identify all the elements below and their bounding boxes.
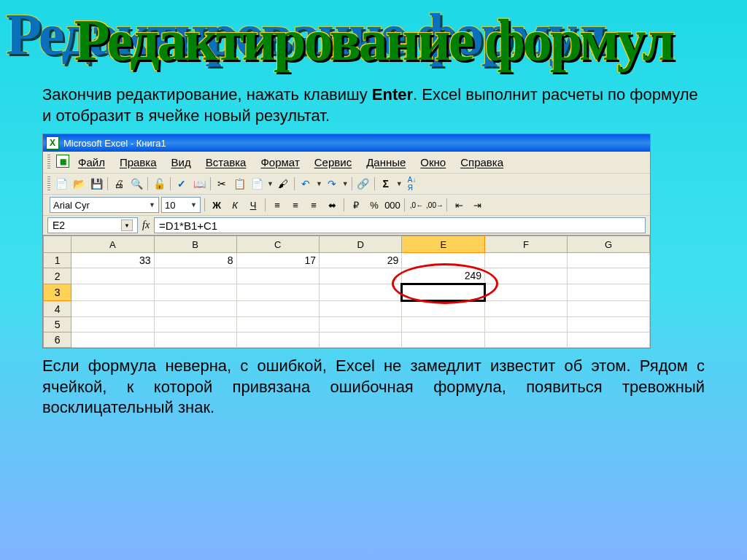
cell[interactable]: 17 <box>236 253 319 268</box>
print-icon[interactable]: 🖨 <box>111 176 127 192</box>
font-size-select[interactable]: 10▼ <box>161 197 201 213</box>
cell[interactable] <box>567 301 649 317</box>
hyperlink-icon[interactable]: 🔗 <box>355 176 371 192</box>
row-header[interactable]: 4 <box>44 301 71 317</box>
cell[interactable] <box>236 284 319 301</box>
cell[interactable] <box>71 317 154 332</box>
permission-icon[interactable]: 🔓 <box>151 176 167 192</box>
cell[interactable] <box>236 332 319 348</box>
col-header[interactable]: D <box>320 236 402 253</box>
cell[interactable] <box>402 317 485 332</box>
cell[interactable] <box>236 317 319 332</box>
col-header[interactable]: F <box>485 236 568 253</box>
save-icon[interactable]: 💾 <box>88 176 104 192</box>
cell[interactable] <box>320 332 402 348</box>
menu-view[interactable]: Вид <box>166 155 197 170</box>
name-box[interactable]: E2 ▼ <box>47 217 138 233</box>
row-header-selected[interactable]: 3 <box>44 284 71 301</box>
col-header[interactable]: A <box>71 236 154 253</box>
copy-icon[interactable]: 📋 <box>231 176 247 192</box>
increase-decimal-icon[interactable]: ,0← <box>409 197 425 213</box>
new-icon[interactable]: 📄 <box>53 176 69 192</box>
row-header[interactable]: 2 <box>44 268 71 284</box>
menu-tools[interactable]: Сервис <box>309 155 357 170</box>
comma-icon[interactable]: 000 <box>384 197 400 213</box>
cell[interactable] <box>485 301 568 317</box>
cell[interactable] <box>320 268 402 284</box>
paste-icon[interactable]: 📄 <box>249 176 265 192</box>
cell[interactable] <box>71 284 154 301</box>
grip-icon[interactable] <box>47 155 50 170</box>
menu-format[interactable]: Формат <box>255 155 305 170</box>
cut-icon[interactable]: ✂ <box>214 176 230 192</box>
underline-button[interactable]: Ч <box>245 197 261 213</box>
cell[interactable] <box>485 332 568 348</box>
cell[interactable] <box>154 301 236 317</box>
cell[interactable] <box>236 301 319 317</box>
spell-icon[interactable]: ✓ <box>174 176 190 192</box>
cell[interactable] <box>154 317 236 332</box>
align-left-icon[interactable]: ≡ <box>269 197 285 213</box>
cell[interactable] <box>485 317 568 332</box>
increase-indent-icon[interactable]: ⇥ <box>469 197 485 213</box>
autosum-icon[interactable]: Σ <box>378 176 394 192</box>
research-icon[interactable]: 📖 <box>191 176 207 192</box>
cell[interactable]: 29 <box>320 253 402 268</box>
align-center-icon[interactable]: ≡ <box>287 197 303 213</box>
menu-help[interactable]: Справка <box>454 155 509 170</box>
italic-button[interactable]: К <box>227 197 243 213</box>
grip-icon[interactable] <box>47 176 50 191</box>
selected-cell[interactable] <box>402 284 485 301</box>
cell[interactable] <box>402 332 485 348</box>
bold-button[interactable]: Ж <box>209 197 225 213</box>
format-painter-icon[interactable]: 🖌 <box>275 176 291 192</box>
col-header-selected[interactable]: E <box>402 236 485 253</box>
formula-input[interactable]: =D1*B1+C1 <box>154 217 646 233</box>
decrease-indent-icon[interactable]: ⇤ <box>451 197 467 213</box>
col-header[interactable]: C <box>236 236 319 253</box>
menu-window[interactable]: Окно <box>414 155 452 170</box>
cell[interactable] <box>71 301 154 317</box>
cell[interactable] <box>154 268 236 284</box>
row-header[interactable]: 6 <box>44 332 71 348</box>
redo-icon[interactable]: ↷ <box>324 176 340 192</box>
cell[interactable]: 33 <box>71 253 154 268</box>
worksheet-grid[interactable]: A B C D E F G 1 33 8 17 29 2 <box>43 236 650 348</box>
cell[interactable] <box>320 284 402 301</box>
decrease-decimal-icon[interactable]: ,00→ <box>427 197 443 213</box>
cell[interactable]: 8 <box>154 253 236 268</box>
cell[interactable] <box>71 268 154 284</box>
fx-icon[interactable]: fx <box>142 219 150 231</box>
cell[interactable] <box>402 253 485 268</box>
align-right-icon[interactable]: ≡ <box>306 197 322 213</box>
cell[interactable] <box>154 332 236 348</box>
cell[interactable] <box>567 268 649 284</box>
row-header[interactable]: 5 <box>44 317 71 332</box>
menu-data[interactable]: Данные <box>360 155 411 170</box>
menu-edit[interactable]: Правка <box>114 155 163 170</box>
col-header[interactable]: B <box>154 236 236 253</box>
worksheet-icon[interactable]: ▦ <box>56 155 69 168</box>
row-header[interactable]: 1 <box>44 253 71 268</box>
undo-icon[interactable]: ↶ <box>298 176 314 192</box>
open-icon[interactable]: 📂 <box>71 176 87 192</box>
sort-icon[interactable]: А↓Я <box>404 176 420 192</box>
menu-file[interactable]: Файл <box>72 155 111 170</box>
percent-icon[interactable]: % <box>366 197 382 213</box>
menu-insert[interactable]: Вставка <box>200 155 252 170</box>
merge-icon[interactable]: ⬌ <box>324 197 340 213</box>
cell[interactable] <box>485 253 568 268</box>
cell[interactable] <box>485 268 568 284</box>
cell[interactable] <box>236 268 319 284</box>
chevron-down-icon[interactable]: ▼ <box>121 219 133 231</box>
cell[interactable] <box>154 284 236 301</box>
cell[interactable] <box>320 301 402 317</box>
cell[interactable] <box>320 317 402 332</box>
select-all-corner[interactable] <box>44 236 71 253</box>
cell[interactable] <box>567 253 649 268</box>
cell[interactable] <box>71 332 154 348</box>
cell[interactable] <box>567 332 649 348</box>
col-header[interactable]: G <box>567 236 649 253</box>
preview-icon[interactable]: 🔍 <box>128 176 144 192</box>
cell[interactable]: 249 <box>402 268 485 284</box>
